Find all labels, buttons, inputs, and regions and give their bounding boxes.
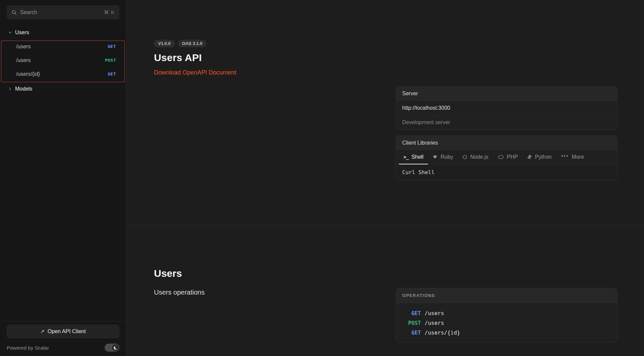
- chevron-down-icon: [8, 31, 12, 35]
- moon-icon: [114, 346, 117, 350]
- section-label: Users: [15, 30, 29, 36]
- search-shortcut: ⌘ K: [104, 9, 115, 15]
- operations-list: GET /users POST /users GET /users/{id}: [396, 303, 617, 342]
- client-library-tabs: >_ Shell Ruby Node.js PHP: [396, 150, 617, 165]
- sidebar-endpoint-list: /users GET /users POST /users/{id} GET: [0, 40, 126, 81]
- client-libraries-card: Client Libraries >_ Shell Ruby Node.js: [396, 136, 618, 180]
- operation-link-get-users[interactable]: GET /users: [402, 308, 611, 318]
- ruby-gem-icon: [433, 155, 437, 159]
- operation-path: /users: [425, 320, 444, 326]
- tab-label: Ruby: [440, 154, 453, 160]
- method-badge: GET: [108, 44, 116, 49]
- open-api-client-button[interactable]: ↗ Open API Client: [7, 325, 119, 338]
- tab-label: More: [572, 154, 584, 160]
- php-icon: [498, 155, 504, 159]
- section-label: Models: [15, 86, 33, 92]
- operations-card: OPERATIONS GET /users POST /users GET /u…: [396, 288, 618, 343]
- sidebar: Search ⌘ K Users /users GET /users POST …: [0, 0, 126, 356]
- search-placeholder: Search: [20, 9, 101, 15]
- server-card-title: Server: [396, 87, 617, 101]
- tab-ruby[interactable]: Ruby: [428, 150, 458, 164]
- operation-method: POST: [402, 320, 421, 326]
- sidebar-endpoint-users-post[interactable]: /users POST: [0, 53, 126, 67]
- users-section-description: Users operations: [154, 289, 205, 296]
- operation-path: /users/{id}: [425, 329, 460, 336]
- tab-more[interactable]: ••• More: [556, 150, 589, 164]
- client-libraries-title: Client Libraries: [396, 136, 617, 150]
- server-card: Server http://localhost:3000 Development…: [396, 86, 618, 130]
- tab-php[interactable]: PHP: [493, 150, 523, 164]
- tab-python[interactable]: Python: [523, 150, 556, 164]
- operation-link-get-users-id[interactable]: GET /users/{id}: [402, 328, 611, 338]
- version-badge: V1.0.0: [154, 40, 175, 47]
- operation-method: GET: [402, 310, 421, 316]
- download-openapi-link[interactable]: Download OpenAPI Document: [154, 69, 236, 76]
- tab-label: PHP: [507, 154, 518, 160]
- sidebar-section-users[interactable]: Users: [0, 26, 126, 39]
- code-snippet[interactable]: Curl Shell: [396, 165, 617, 180]
- terminal-icon: >_: [404, 154, 409, 160]
- tab-nodejs[interactable]: Node.js: [458, 150, 493, 164]
- tab-label: Python: [535, 154, 552, 160]
- api-intro: V1.0.0 OAS 3.1.0 Users API Download Open…: [154, 40, 236, 76]
- operation-link-post-users[interactable]: POST /users: [402, 318, 611, 328]
- tab-label: Shell: [412, 154, 424, 160]
- endpoint-path: /users: [16, 44, 31, 50]
- sidebar-endpoint-users-id-get[interactable]: /users/{id} GET: [0, 67, 126, 81]
- search-input[interactable]: Search ⌘ K: [7, 5, 119, 19]
- search-icon: [11, 10, 17, 15]
- theme-toggle-knob: [112, 344, 119, 351]
- operations-card-title: OPERATIONS: [396, 288, 617, 303]
- sidebar-footer: ↗ Open API Client Powered by Scalar: [0, 321, 126, 356]
- external-arrow-icon: ↗: [40, 328, 45, 335]
- page-title: Users API: [154, 52, 236, 63]
- sidebar-nav: Users /users GET /users POST /users/{id}…: [0, 26, 126, 95]
- operation-path: /users: [425, 310, 444, 316]
- server-url[interactable]: http://localhost:3000: [396, 101, 617, 115]
- open-api-client-label: Open API Client: [48, 328, 86, 335]
- section-divider: [126, 225, 644, 225]
- sidebar-section-models[interactable]: Models: [0, 83, 126, 95]
- nodejs-hexagon-icon: [463, 155, 467, 159]
- tab-shell[interactable]: >_ Shell: [399, 150, 428, 164]
- oas-badge: OAS 3.1.0: [178, 40, 207, 47]
- sidebar-endpoint-users-get[interactable]: /users GET: [0, 40, 126, 53]
- operation-method: GET: [402, 330, 421, 336]
- chevron-right-icon: [8, 87, 12, 91]
- python-icon: [527, 155, 532, 159]
- main-content: V1.0.0 OAS 3.1.0 Users API Download Open…: [126, 0, 644, 356]
- users-section-title: Users: [154, 268, 182, 279]
- tab-label: Node.js: [470, 154, 488, 160]
- endpoint-path: /users: [16, 57, 31, 63]
- method-badge: POST: [105, 58, 116, 63]
- method-badge: GET: [108, 71, 116, 77]
- server-description: Development server: [396, 115, 617, 130]
- theme-toggle[interactable]: [105, 344, 119, 352]
- endpoint-path: /users/{id}: [16, 71, 40, 77]
- powered-by-scalar-link[interactable]: Powered by Scalar: [7, 345, 49, 351]
